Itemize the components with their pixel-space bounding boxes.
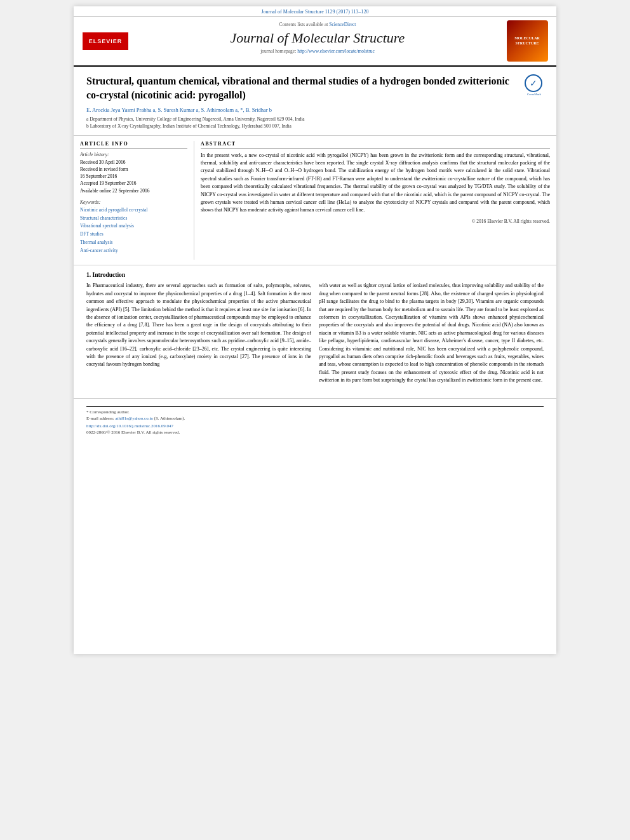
elsevier-logo: ELSEVIER <box>83 32 128 50</box>
crossmark-icon: ✓ <box>525 74 542 92</box>
footer-copyright: 0022-2860/© 2016 Elsevier B.V. All right… <box>86 430 544 435</box>
sciencedirect-link[interactable]: ScienceDirect <box>329 22 356 27</box>
keyword-6: Anti-cancer activity <box>80 247 187 255</box>
available-date: Available online 22 September 2016 <box>80 187 187 194</box>
abstract-label: ABSTRACT <box>201 141 550 149</box>
article-title-text: Structural, quantum chemical, vibrationa… <box>86 74 518 130</box>
journal-header: ELSEVIER Contents lists available at Sci… <box>74 17 556 67</box>
article-info-label: ARTICLE INFO <box>80 141 187 149</box>
keywords-group: Keywords: Nicotinic acid pyrogallol co-c… <box>80 199 187 255</box>
intro-col1-text: In Pharmaceutical industry, there are se… <box>86 282 311 368</box>
revised-date: 16 September 2016 <box>80 173 187 180</box>
contents-line: Contents lists available at ScienceDirec… <box>137 22 498 27</box>
keyword-4: DFT studies <box>80 230 187 239</box>
article-title: Structural, quantum chemical, vibrationa… <box>86 74 518 102</box>
homepage-line: journal homepage: http://www.elsevier.co… <box>137 48 498 54</box>
affiliation-b: b Laboratory of X-ray Crystallography, I… <box>86 123 518 130</box>
keyword-5: Thermal analysis <box>80 239 187 247</box>
journal-logo-box: MOLECULARSTRUCTURE <box>507 20 548 62</box>
email-link[interactable]: athi81s@yahoo.co.in <box>116 416 153 421</box>
affiliations: a Department of Physics, University Coll… <box>86 116 518 130</box>
keyword-2: Structural characteristics <box>80 215 187 223</box>
intro-col2-text: with water as well as tighter crystal la… <box>319 282 544 384</box>
article-info-abstract: ARTICLE INFO Article history: Received 3… <box>74 136 556 266</box>
footer-section: * Corresponding author. E-mail address: … <box>74 398 556 439</box>
journal-logo-text: MOLECULARSTRUCTURE <box>514 36 540 46</box>
article-info-panel: ARTICLE INFO Article history: Received 3… <box>80 141 194 260</box>
header-left: ELSEVIER <box>80 20 131 62</box>
keywords-label: Keywords: <box>80 199 187 205</box>
email-label: E-mail address: <box>86 416 114 421</box>
crossmark-badge: ✓ CrossMark <box>525 74 544 93</box>
footer-rule <box>86 406 544 407</box>
keywords-list: Nicotinic acid pyrogallol co-crystal Str… <box>80 206 187 255</box>
doi-link[interactable]: http://dx.doi.org/10.1016/j.molstruc.201… <box>86 423 544 429</box>
keyword-1: Nicotinic acid pyrogallol co-crystal <box>80 206 187 215</box>
keyword-3: Vibrational spectral analysis <box>80 222 187 230</box>
abstract-panel: ABSTRACT In the present work, a new co-c… <box>201 141 550 260</box>
history-label: Article history: <box>80 152 187 157</box>
header-center: Contents lists available at ScienceDirec… <box>131 20 504 62</box>
corresponding-label: * Corresponding author. <box>86 410 544 415</box>
intro-heading: 1. Introduction <box>86 272 544 278</box>
authors: E. Arockia Jeya Yasmi Prabha a, S. Sures… <box>86 107 518 113</box>
intro-col1: In Pharmaceutical industry, there are se… <box>86 282 311 387</box>
received-date: Received 30 April 2016 <box>80 159 187 166</box>
journal-title-header: Journal of Molecular Structure <box>137 30 498 46</box>
header-right: MOLECULARSTRUCTURE <box>504 20 550 62</box>
revised-label: Received in revised form <box>80 166 187 173</box>
journal-page: Journal of Molecular Structure 1129 (201… <box>74 6 556 654</box>
intro-col2: with water as well as tighter crystal la… <box>319 282 544 387</box>
affiliation-a: a Department of Physics, University Coll… <box>86 116 518 123</box>
history-group: Article history: Received 30 April 2016 … <box>80 152 187 194</box>
main-body: 1. Introduction In Pharmaceutical indust… <box>74 265 556 394</box>
crossmark-label: CrossMark <box>525 93 544 96</box>
journal-citation: Journal of Molecular Structure 1129 (201… <box>261 9 368 15</box>
abstract-text: In the present work, a new co-crystal of… <box>201 152 550 215</box>
abstract-copyright: © 2016 Elsevier B.V. All rights reserved… <box>201 218 550 224</box>
journal-top-bar: Journal of Molecular Structure 1129 (201… <box>74 6 556 17</box>
email-line: E-mail address: athi81s@yahoo.co.in (S. … <box>86 416 544 421</box>
intro-two-col: In Pharmaceutical industry, there are se… <box>86 282 544 387</box>
homepage-link[interactable]: http://www.elsevier.com/locate/molstruc <box>297 48 375 54</box>
accepted-date: Accepted 19 September 2016 <box>80 180 187 187</box>
email-person: (S. Athimoolam). <box>154 416 185 421</box>
article-title-section: Structural, quantum chemical, vibrationa… <box>74 67 556 136</box>
